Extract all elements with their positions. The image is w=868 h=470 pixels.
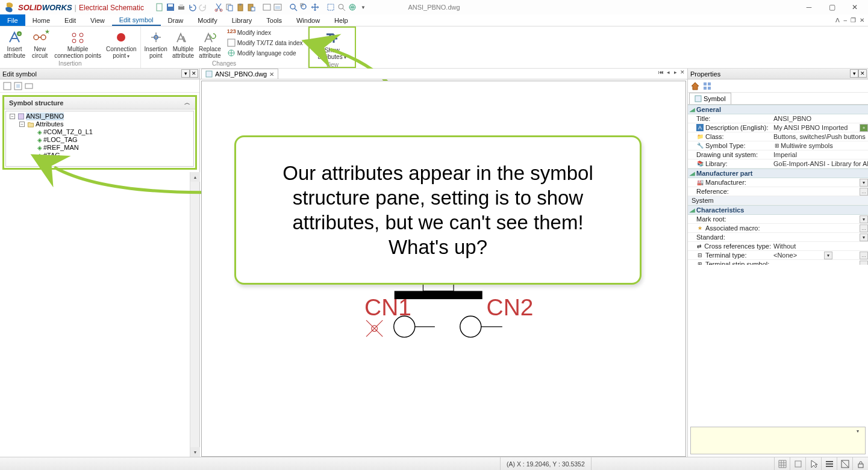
ribbon-collapse-icon[interactable]: ᐱ [834, 17, 841, 23]
pan-icon[interactable] [310, 2, 320, 12]
layers2-icon[interactable] [273, 2, 283, 12]
section-manufacturer[interactable]: Manufacturer part [688, 169, 868, 178]
document-tab[interactable]: ANSI_PBNO.dwg ✕ [201, 69, 278, 79]
notes-dropdown-icon[interactable]: ▾ [857, 428, 864, 436]
menu-modify[interactable]: Modify [190, 14, 224, 26]
menu-tools[interactable]: Tools [259, 14, 289, 26]
child-minimize-icon[interactable]: – [842, 17, 848, 23]
insertion-point-button[interactable]: Insertion point [142, 28, 170, 59]
prop-row[interactable]: 📚Library:GoE-Import-ANSI - Library for A… [688, 159, 868, 169]
menu-view[interactable]: View [83, 14, 112, 26]
close-button[interactable]: ✕ [849, 1, 861, 13]
replace-attribute-button[interactable]: Replace attribute [196, 28, 223, 59]
grid-toggle-icon[interactable] [774, 457, 790, 470]
tree-node-attr[interactable]: ◈#COM_TZ_0_L1 [37, 128, 191, 136]
zoom-window-icon[interactable] [299, 2, 309, 12]
section-characteristics[interactable]: Characteristics [688, 205, 868, 215]
add-button[interactable]: + [860, 124, 868, 132]
properties-notes[interactable]: ▾ [690, 427, 866, 454]
cursor-icon[interactable] [805, 457, 821, 470]
tool1-icon[interactable] [2, 81, 12, 91]
multiple-connection-points-button[interactable]: Multiple connection points [52, 28, 104, 59]
find-icon[interactable] [337, 2, 346, 12]
new-circuit-button[interactable]: ★ New circuit [28, 28, 52, 59]
tab-nav-next-icon[interactable]: ▸ [672, 69, 679, 75]
show-attributes-button[interactable]: Showattributes ▾ [311, 29, 354, 61]
tree-toggle[interactable]: − [10, 114, 15, 119]
left-scrollbar[interactable]: ▴ ▾ [190, 172, 199, 457]
save-icon[interactable] [166, 2, 175, 12]
child-restore-icon[interactable]: ❐ [849, 17, 857, 23]
ellipsis-button[interactable]: … [860, 261, 868, 265]
dropdown-button[interactable]: ▾ [860, 179, 868, 187]
menu-window[interactable]: Window [289, 14, 327, 26]
lines-icon[interactable] [821, 457, 837, 470]
ellipsis-button[interactable]: … [860, 252, 868, 259]
prop-row[interactable]: ADescription (English):My ANSI PBNO Impo… [688, 123, 868, 132]
tab-nav-first-icon[interactable]: ⏮ [657, 69, 664, 75]
panel-close-icon[interactable]: ✕ [858, 69, 867, 78]
tree-node-root[interactable]: ANSI_PBNO [26, 113, 64, 120]
dropdown-button[interactable]: ▾ [860, 233, 868, 241]
ellipsis-button[interactable]: … [860, 188, 868, 196]
tool2-icon[interactable] [13, 81, 23, 91]
snap-toggle-icon[interactable] [790, 457, 805, 470]
redo-icon[interactable] [198, 2, 208, 12]
drawing-canvas[interactable]: CN1 CN2 Our attributes appear in the sym… [201, 81, 686, 457]
scroll-down-icon[interactable]: ▾ [190, 447, 200, 457]
dropdown-button[interactable]: ▾ [860, 215, 868, 223]
tab-nav-prev-icon[interactable]: ◂ [664, 69, 672, 75]
menu-file[interactable]: File [0, 14, 25, 26]
prop-row[interactable]: 📁Class:Buttons, switches\Push buttons [688, 132, 868, 141]
dropdown-button[interactable]: ▾ [824, 252, 832, 259]
section-general[interactable]: General [688, 105, 868, 114]
prop-row[interactable]: Drawing unit system:Imperial [688, 150, 868, 159]
prop-row[interactable]: Mark root:▾ [688, 215, 868, 224]
dropdown-icon[interactable]: ▼ [358, 2, 368, 12]
panel-menu-icon[interactable]: ▾ [181, 69, 190, 78]
collapse-icon[interactable]: ︿ [184, 99, 190, 107]
menu-home[interactable]: Home [25, 14, 57, 26]
tool3-icon[interactable] [24, 81, 34, 91]
paste-icon[interactable] [236, 2, 245, 12]
layers-icon[interactable] [262, 2, 272, 12]
prop-row[interactable]: Standard:▾ [688, 233, 868, 242]
connection-point-button[interactable]: Connection point ▾ [104, 28, 139, 60]
minimize-button[interactable]: ─ [803, 1, 815, 13]
prop-row[interactable]: Reference:… [688, 187, 868, 196]
modify-txtz-button[interactable]: Modify TX/TZ data index [227, 38, 303, 48]
menu-draw[interactable]: Draw [161, 14, 191, 26]
prop-row[interactable]: ⇄Cross references type:Without [688, 242, 868, 251]
menu-help[interactable]: Help [327, 14, 355, 26]
prop-row[interactable]: ⊞Terminal strip symbol:… [688, 260, 868, 265]
paste-special-icon[interactable] [246, 2, 256, 12]
prop-row[interactable]: Title:ANSI_PBNO [688, 114, 868, 123]
copy-icon[interactable] [225, 2, 234, 12]
lock-icon[interactable] [852, 457, 868, 470]
properties-tab-symbol[interactable]: Symbol [689, 93, 731, 104]
child-close-icon[interactable]: ✕ [858, 17, 866, 23]
prop-row[interactable]: ⊟Terminal type:<None>▾… [688, 251, 868, 260]
prop-row[interactable]: System [688, 196, 868, 205]
multiple-attribute-button[interactable]: Multiple attribute [170, 28, 196, 59]
zoom-icon[interactable] [289, 2, 298, 12]
tree-node-attr[interactable]: ◈#REF_MAN [37, 144, 191, 152]
prop-row[interactable]: ★Associated macro:… [688, 224, 868, 233]
panel-menu-icon[interactable]: ▾ [850, 69, 858, 78]
tree-node-attr[interactable]: ◈#LOC_TAG [37, 136, 191, 144]
cut-icon[interactable] [214, 2, 223, 12]
prop-row[interactable]: 🔧Symbol Type:⊞Multiwire symbols [688, 141, 868, 150]
maximize-button[interactable]: ▢ [826, 1, 838, 13]
modify-index-button[interactable]: 123Modify index [227, 28, 303, 37]
tree-toggle[interactable]: − [19, 122, 25, 127]
menu-edit-symbol[interactable]: Edit symbol [112, 14, 161, 26]
grid-icon[interactable] [702, 81, 712, 91]
panel-close-icon[interactable]: ✕ [190, 69, 198, 78]
scroll-up-icon[interactable]: ▴ [190, 172, 200, 182]
new-doc-icon[interactable] [155, 2, 164, 12]
prop-row[interactable]: 🏭Manufacturer:▾ [688, 178, 868, 187]
insert-attribute-button[interactable]: + Insert attribute [1, 28, 28, 59]
modify-language-button[interactable]: Modify language code [227, 48, 303, 58]
select-icon[interactable] [326, 2, 336, 12]
tree-node-attributes[interactable]: Attributes [36, 120, 63, 128]
